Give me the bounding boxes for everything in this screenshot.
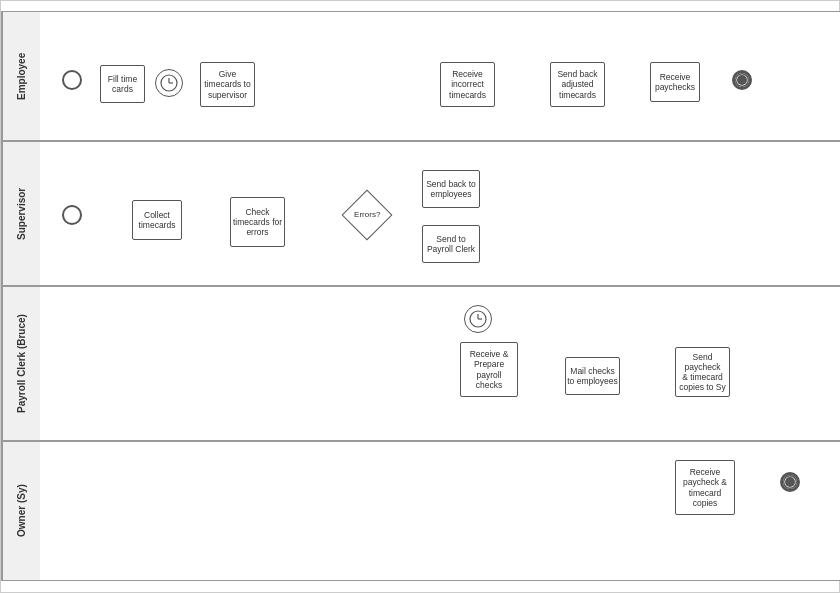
supervisor-start bbox=[62, 205, 82, 225]
send-paycheck-copies: Send paycheck& timecardcopies to Sy bbox=[675, 347, 730, 397]
lane-payroll-content: Receive &Preparepayrollchecks Mail check… bbox=[40, 287, 840, 440]
lane-employee: Employee Fill timecards Givetimecards to… bbox=[1, 11, 840, 141]
owner-receive: Receivepaycheck &timecardcopies bbox=[675, 460, 735, 515]
receive-prepare: Receive &Preparepayrollchecks bbox=[460, 342, 518, 397]
give-timecards: Givetimecards tosupervisor bbox=[200, 62, 255, 107]
svg-point-34 bbox=[787, 479, 794, 486]
diagram-container: Yes No Overnight Employee Fill timecards… bbox=[0, 0, 840, 593]
check-timecards: Checktimecards forerrors bbox=[230, 197, 285, 247]
fill-timecards: Fill timecards bbox=[100, 65, 145, 103]
lane-payroll-label: Payroll Clerk (Bruce) bbox=[2, 287, 40, 440]
employee-end bbox=[732, 70, 752, 90]
lane-owner-label: Owner (Sy) bbox=[2, 442, 40, 580]
lane-owner: Owner (Sy) Receivepaycheck &timecardcopi… bbox=[1, 441, 840, 581]
lane-supervisor-label: Supervisor bbox=[2, 142, 40, 285]
errors-diamond: Errors? bbox=[342, 190, 393, 241]
send-back-adjusted: Send backadjustedtimecards bbox=[550, 62, 605, 107]
lane-payroll: Payroll Clerk (Bruce) Receive &Preparepa… bbox=[1, 286, 840, 441]
send-back-employees: Send back toemployees bbox=[422, 170, 480, 208]
lane-employee-label: Employee bbox=[2, 12, 40, 140]
lane-employee-content: Fill timecards Givetimecards tosuperviso… bbox=[40, 12, 840, 140]
svg-point-33 bbox=[784, 476, 797, 489]
receive-incorrect: Receiveincorrecttimecards bbox=[440, 62, 495, 107]
employee-start bbox=[62, 70, 82, 90]
collect-timecards: Collecttimecards bbox=[132, 200, 182, 240]
last-day-clock bbox=[155, 69, 183, 97]
receive-paychecks: Receivepaychecks bbox=[650, 62, 700, 102]
mail-checks: Mail checksto employees bbox=[565, 357, 620, 395]
svg-point-28 bbox=[736, 74, 749, 87]
overnight-clock bbox=[464, 305, 492, 333]
lane-supervisor-content: Collecttimecards Checktimecards forerror… bbox=[40, 142, 840, 285]
lane-supervisor: Supervisor Collecttimecards Checktimecar… bbox=[1, 141, 840, 286]
send-to-payroll: Send toPayroll Clerk bbox=[422, 225, 480, 263]
lane-owner-content: Receivepaycheck &timecardcopies bbox=[40, 442, 840, 580]
svg-point-29 bbox=[739, 77, 746, 84]
owner-end bbox=[780, 472, 800, 492]
